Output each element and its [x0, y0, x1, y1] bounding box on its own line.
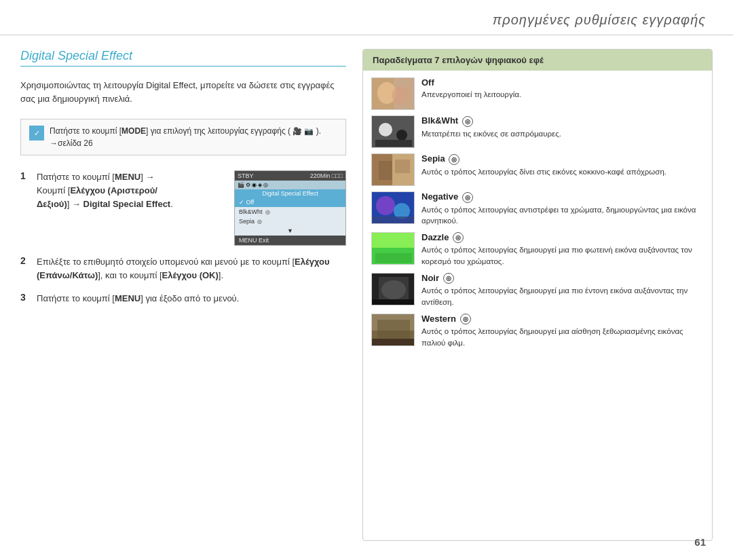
- effect-dazzle: Dazzle ◎ Αυτός ο τρόπος λειτουργίας δημι…: [371, 232, 704, 267]
- step-3-number: 3: [20, 292, 30, 303]
- cam-top-bar: STBY 220Min □□□: [235, 171, 345, 181]
- cam-icons-row: 🎬 ⚙ ◉ ◈ ◎: [235, 181, 345, 189]
- effect-desc-negative: Αυτός ο τρόπος λειτουργίας αντιστρέφει τ…: [421, 204, 704, 227]
- svg-rect-21: [375, 253, 412, 263]
- thumb-dazzle-svg: [372, 233, 415, 265]
- step-2: 2 Επιλέξτε το επιθυμητό στοιχείο υπομενο…: [20, 255, 346, 282]
- note-icon: ✓: [29, 126, 44, 141]
- effect-info-negative: Negative ◎ Αυτός ο τρόπος λειτουργίας αν…: [421, 191, 704, 227]
- cam-item-sepia: Sepia ◎: [235, 217, 345, 226]
- cam-item-arrow: ▼: [235, 226, 345, 236]
- effect-title-negative: Negative ◎: [421, 191, 704, 203]
- effect-off: Off Απενεργοποιεί τη λειτουργία.: [371, 77, 704, 110]
- step-1: 1 Πατήστε το κουμπί [MENU] → Κουμπί [Ελέ…: [20, 170, 346, 246]
- cam-battery-time: 220Min □□□: [310, 172, 343, 179]
- effect-info-blkwht: Blk&Wht ◎ Μετατρέπει τις εικόνες σε ασπρ…: [421, 115, 704, 139]
- thumb-western-svg: [372, 314, 415, 346]
- step-2-text: Επιλέξτε το επιθυμητό στοιχείο υπομενού …: [37, 255, 346, 282]
- step-1-content: Πατήστε το κουμπί [MENU] → Κουμπί [Ελέγχ…: [37, 170, 346, 246]
- cam-bottom-bar: MENU Exit: [235, 236, 345, 245]
- effect-desc-blkwht: Μετατρέπει τις εικόνες σε ασπρόμαυρες.: [421, 128, 704, 140]
- camera-ui-mockup: STBY 220Min □□□ 🎬 ⚙ ◉ ◈ ◎ Digital Specia…: [234, 170, 346, 246]
- effect-title-noir: Noir ◎: [421, 273, 704, 284]
- effect-western: Western ◎ Αυτός ο τρόπος λειτουργίας δημ…: [371, 314, 704, 349]
- page-number: 61: [694, 536, 706, 548]
- thumb-negative-svg: [372, 192, 415, 224]
- thumb-off-svg: [372, 78, 415, 110]
- effect-desc-western: Αυτός ο τρόπος λειτουργίας δημιουργεί μι…: [421, 326, 704, 348]
- noir-icon: ◎: [443, 273, 454, 284]
- page-header: προηγμένες ρυθμίσεις εγγραφής: [0, 0, 733, 35]
- svg-rect-8: [375, 140, 412, 147]
- svg-point-6: [379, 123, 392, 136]
- note-text: Πατήστε το κουμπί [MODE] για επιλογή της…: [50, 125, 337, 149]
- thumb-sepia-svg: [372, 154, 415, 186]
- effect-title-sepia: Sepia ◎: [421, 153, 704, 165]
- step-2-number: 2: [20, 255, 30, 266]
- effect-info-western: Western ◎ Αυτός ο τρόπος λειτουργίας δημ…: [421, 314, 704, 349]
- effect-desc-sepia: Αυτός ο τρόπος λειτουργίας δίνει στις ει…: [421, 166, 704, 178]
- cam-icon-5: ◎: [263, 182, 268, 188]
- effect-thumb-dazzle: [371, 232, 415, 265]
- cam-icon-4: ◈: [258, 182, 262, 188]
- effect-thumb-noir: [371, 273, 415, 305]
- effect-info-noir: Noir ◎ Αυτός ο τρόπος λειτουργίας δημιου…: [421, 273, 704, 308]
- svg-rect-29: [372, 339, 415, 346]
- left-column: Digital Special Effect Χρησιμοποιώντας τ…: [20, 49, 346, 541]
- western-icon: ◎: [460, 314, 471, 324]
- svg-rect-19: [372, 233, 415, 248]
- svg-point-15: [376, 196, 395, 215]
- negative-icon: ◎: [462, 192, 473, 203]
- effect-negative: Negative ◎ Αυτός ο τρόπος λειτουργίας αν…: [371, 191, 704, 227]
- svg-rect-13: [395, 160, 410, 173]
- step-1-number: 1: [20, 170, 30, 181]
- effect-title-off: Off: [421, 77, 704, 88]
- cam-icon-1: 🎬: [238, 182, 244, 188]
- note-box: ✓ Πατήστε το κουμπί [MODE] για επιλογή τ…: [20, 119, 346, 155]
- effects-header: Παραδείγματα 7 επιλογών ψηφιακού εφέ: [363, 50, 712, 71]
- effect-sepia: Sepia ◎ Αυτός ο τρόπος λειτουργίας δίνει…: [371, 153, 704, 186]
- effect-info-dazzle: Dazzle ◎ Αυτός ο τρόπος λειτουργίας δημι…: [421, 232, 704, 267]
- intro-text: Χρησιμοποιώντας τη λειτουργία Digital Ef…: [20, 79, 346, 105]
- page-title: προηγμένες ρυθμίσεις εγγραφής: [493, 12, 706, 27]
- svg-rect-17: [372, 217, 415, 224]
- effect-noir: Noir ◎ Αυτός ο τρόπος λειτουργίας δημιου…: [371, 273, 704, 308]
- step-1-text: Πατήστε το κουμπί [MENU] → Κουμπί [Ελέγχ…: [37, 170, 227, 211]
- svg-point-7: [396, 130, 407, 141]
- section-title: Digital Special Effect: [20, 49, 346, 67]
- cam-menu-items: ✓ Off Blk&Wht ◎ Sepia ◎ ▼: [235, 198, 345, 236]
- cam-item-off: ✓ Off: [235, 198, 345, 207]
- cam-menu-title: Digital Special Effect: [235, 189, 345, 198]
- sepia-icon: ◎: [449, 154, 459, 165]
- effect-desc-dazzle: Αυτός ο τρόπος λειτουργίας δημιουργεί μι…: [421, 244, 704, 267]
- effect-desc-off: Απενεργοποιεί τη λειτουργία.: [421, 89, 704, 100]
- steps-list: 1 Πατήστε το κουμπί [MENU] → Κουμπί [Ελέ…: [20, 170, 346, 305]
- effect-title-western: Western ◎: [421, 314, 704, 325]
- effect-thumb-blkwht: [371, 115, 415, 148]
- effect-thumb-sepia: [371, 153, 415, 186]
- effect-title-blkwht: Blk&Wht ◎: [421, 115, 704, 127]
- step-3: 3 Πατήστε το κουμπί [MENU] για έξοδο από…: [20, 292, 346, 305]
- main-content: Digital Special Effect Χρησιμοποιώντας τ…: [0, 35, 733, 555]
- cam-icon-2: ⚙: [246, 182, 250, 188]
- effect-info-off: Off Απενεργοποιεί τη λειτουργία.: [421, 77, 704, 100]
- right-column: Παραδείγματα 7 επιλογών ψηφιακού εφέ Off…: [362, 49, 713, 541]
- svg-rect-28: [377, 320, 410, 341]
- effect-desc-noir: Αυτός ο τρόπος λειτουργίας δημιουργεί μι…: [421, 285, 704, 307]
- effect-thumb-off: [371, 77, 415, 110]
- svg-point-24: [381, 280, 406, 299]
- dazzle-icon: ◎: [453, 232, 464, 243]
- effect-thumb-negative: [371, 191, 415, 224]
- thumb-blkwht-svg: [372, 116, 415, 148]
- effects-list: Off Απενεργοποιεί τη λειτουργία. Bl: [363, 71, 712, 356]
- svg-rect-12: [379, 161, 392, 180]
- svg-point-3: [392, 86, 409, 105]
- svg-rect-25: [372, 299, 415, 305]
- step-3-text: Πατήστε το κουμπί [MENU] για έξοδο από τ…: [37, 292, 346, 305]
- effect-thumb-western: [371, 314, 415, 346]
- thumb-noir-svg: [372, 274, 415, 305]
- cam-icon-3: ◉: [252, 182, 257, 188]
- effect-blkwht: Blk&Wht ◎ Μετατρέπει τις εικόνες σε ασπρ…: [371, 115, 704, 148]
- effect-info-sepia: Sepia ◎ Αυτός ο τρόπος λειτουργίας δίνει…: [421, 153, 704, 177]
- effect-title-dazzle: Dazzle ◎: [421, 232, 704, 244]
